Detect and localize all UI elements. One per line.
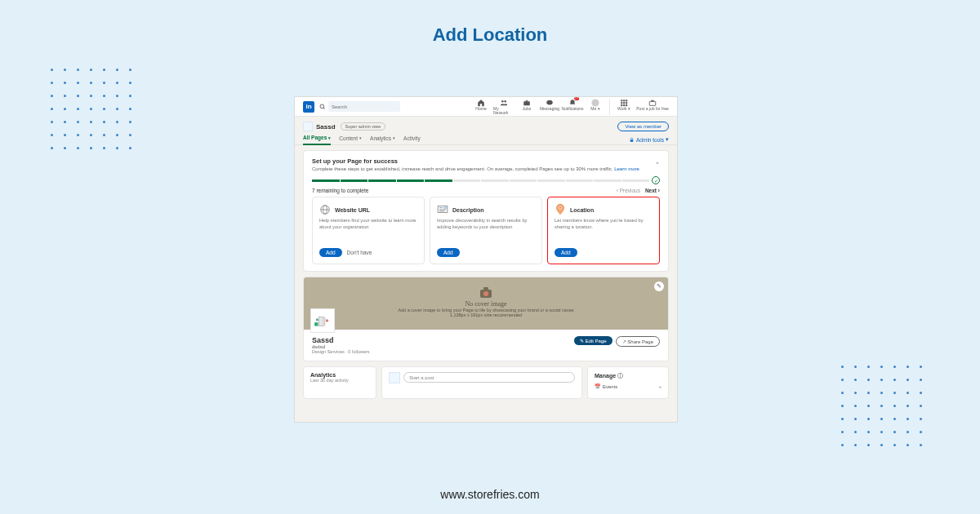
svg-point-3 <box>504 100 506 103</box>
add-website-button[interactable]: Add <box>319 248 342 257</box>
chevron-down-icon: ▾ <box>328 135 331 140</box>
page-name: Sassd <box>316 123 336 131</box>
location-pin-icon <box>555 204 566 215</box>
linkedin-logo[interactable]: in <box>303 101 314 113</box>
globe-icon <box>319 204 331 215</box>
svg-point-32 <box>316 318 318 321</box>
step-description: Description Improve discoverability in s… <box>430 197 542 264</box>
svg-rect-10 <box>626 100 627 101</box>
svg-point-2 <box>501 100 504 103</box>
top-nav-items: Home My Network Jobs Messaging 27Notific… <box>470 99 669 115</box>
setup-card: Set up your Page for success Complete th… <box>303 150 669 272</box>
nav-network[interactable]: My Network <box>493 99 514 115</box>
svg-rect-4 <box>523 101 530 105</box>
bottom-row: Analytics Last 30 day activity Start a p… <box>303 366 669 404</box>
chevron-down-icon: ▾ <box>359 135 362 140</box>
setup-title: Set up your Page for success <box>312 157 639 165</box>
nav-post-job[interactable]: Post a job for free <box>636 99 669 115</box>
svg-rect-18 <box>652 100 654 101</box>
setup-subtitle: Complete these steps to get established,… <box>312 166 639 171</box>
decorative-dots-left <box>51 69 142 160</box>
step-location: Location Let members know where you're b… <box>547 197 660 264</box>
svg-rect-9 <box>623 100 625 101</box>
prev-button[interactable]: ‹ Previous <box>617 188 640 193</box>
post-avatar <box>389 372 400 383</box>
page-avatar[interactable] <box>310 308 335 333</box>
add-location-button[interactable]: Add <box>555 248 577 257</box>
tab-all-pages[interactable]: All Pages▾ <box>303 135 331 145</box>
events-link[interactable]: Events <box>603 384 617 389</box>
svg-rect-27 <box>443 207 447 209</box>
svg-point-0 <box>320 104 324 109</box>
search-icon <box>319 104 326 110</box>
page-header-row: Sassd Super admin view View as member <box>295 117 677 131</box>
tab-analytics[interactable]: Analytics▾ <box>370 135 395 144</box>
view-as-member-button[interactable]: View as member <box>617 122 669 131</box>
nav-jobs[interactable]: Jobs <box>516 99 537 115</box>
nav-messaging[interactable]: Messaging <box>539 99 560 115</box>
nav-work[interactable]: Work ▾ <box>613 99 635 115</box>
nav-home[interactable]: Home <box>470 99 492 115</box>
progress-bar: ✓ <box>312 176 660 184</box>
admin-tools-dropdown[interactable]: Admin tools▾ <box>629 136 669 143</box>
step-pagination: ‹ Previous Next › <box>617 188 660 193</box>
page-tabs: All Pages▾ Content▾ Analytics▾ Activity … <box>295 131 677 145</box>
next-button[interactable]: Next › <box>645 188 660 193</box>
cover-area[interactable]: ✎ No cover image Add a cover image to br… <box>304 277 668 330</box>
svg-point-6 <box>546 100 553 104</box>
page-title: Add Location <box>0 0 980 46</box>
profile-meta: Design Services · 0 followers <box>312 349 370 354</box>
share-page-button[interactable]: ↗ Share Page <box>616 336 660 347</box>
progress-complete-icon: ✓ <box>652 176 660 184</box>
search-input[interactable] <box>328 101 400 112</box>
tab-content[interactable]: Content▾ <box>339 135 362 144</box>
admin-view-badge: Super admin view <box>341 122 386 131</box>
cover-line2: 1,128px x 191px size recommended <box>450 312 522 317</box>
screenshot-frame: in Home My Network Jobs Messaging 27Noti… <box>294 96 678 423</box>
svg-rect-13 <box>626 102 627 104</box>
post-job-icon <box>648 99 657 107</box>
add-description-button[interactable]: Add <box>437 248 460 257</box>
camera-icon <box>480 290 492 298</box>
manage-card: Manage ⓘ 📅Events+ <box>587 366 669 399</box>
analytics-card[interactable]: Analytics Last 30 day activity <box>303 366 376 399</box>
description-icon <box>437 204 448 215</box>
svg-line-1 <box>323 108 325 109</box>
dont-have-button[interactable]: Don't have <box>347 250 372 255</box>
calendar-icon: 📅 <box>595 383 600 389</box>
decorative-dots-right <box>841 366 933 457</box>
svg-point-33 <box>326 319 328 321</box>
step-cards-row: Website URL Help members find your websi… <box>312 197 660 264</box>
svg-rect-5 <box>526 100 528 101</box>
start-post-card: Start a post <box>381 366 582 399</box>
svg-rect-31 <box>319 317 324 326</box>
info-icon[interactable]: ⓘ <box>617 373 623 379</box>
svg-rect-17 <box>649 101 656 105</box>
svg-point-29 <box>559 207 561 209</box>
collapse-icon[interactable]: ⌃ <box>655 162 660 168</box>
chevron-down-icon: ▾ <box>666 136 669 143</box>
chevron-down-icon: ▾ <box>393 135 395 140</box>
nav-me[interactable]: Me ▾ <box>585 99 606 115</box>
footer-url: www.storefries.com <box>0 488 980 501</box>
chat-icon <box>546 99 554 107</box>
people-icon <box>500 99 508 107</box>
top-navbar: in Home My Network Jobs Messaging 27Noti… <box>295 97 677 117</box>
cover-title: No cover image <box>465 300 506 308</box>
svg-rect-11 <box>621 102 622 104</box>
svg-rect-19 <box>630 140 634 142</box>
nav-notifications[interactable]: 27Notifications <box>562 99 583 115</box>
edit-page-button[interactable]: ✎ Edit Page <box>574 336 612 345</box>
edit-cover-button[interactable]: ✎ <box>654 281 664 291</box>
remaining-label: 7 remaining to complete <box>312 188 368 193</box>
briefcase-icon <box>523 99 531 107</box>
profile-cover-card: ✎ No cover image Add a cover image to br… <box>303 277 669 361</box>
learn-more-link[interactable]: Learn more <box>614 166 639 171</box>
add-event-button[interactable]: + <box>658 384 662 389</box>
page-logo-small[interactable] <box>303 122 313 131</box>
svg-rect-8 <box>621 100 622 101</box>
svg-rect-12 <box>623 102 625 104</box>
start-post-input[interactable]: Start a post <box>403 372 575 383</box>
tab-activity[interactable]: Activity <box>403 135 421 144</box>
profile-name: Sassd <box>312 336 370 344</box>
